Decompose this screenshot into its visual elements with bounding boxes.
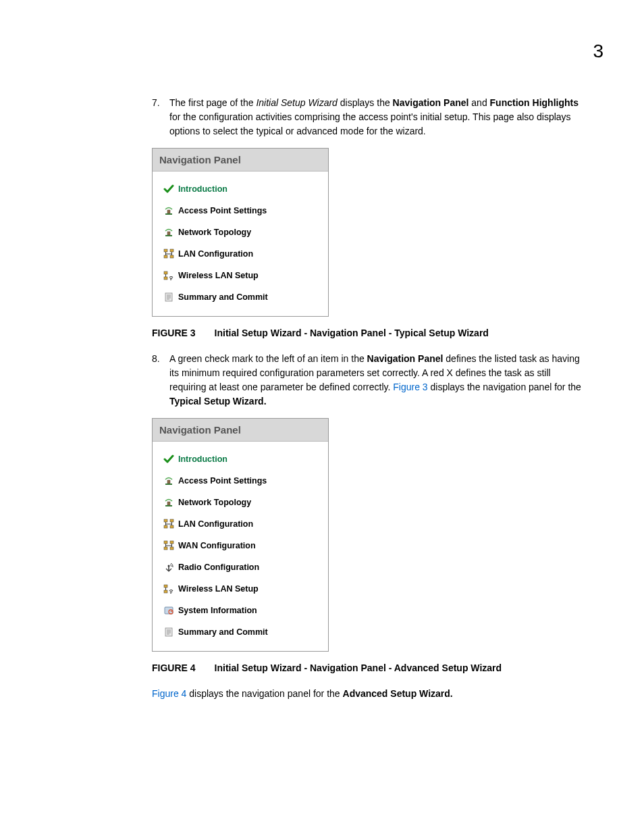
- doc-icon: [161, 627, 177, 637]
- step-number: 8.: [152, 352, 169, 409]
- step-number: 7.: [152, 96, 169, 138]
- navigation-panel-typical: Navigation Panel IntroductionAccess Poin…: [152, 148, 329, 317]
- figure-4-link[interactable]: Figure 4: [152, 688, 186, 699]
- nav-item[interactable]: WAN Configuration: [157, 535, 324, 556]
- ap-icon: [161, 497, 177, 508]
- nav-item-label: WAN Configuration: [178, 541, 256, 550]
- nav-item-label: LAN Configuration: [178, 249, 253, 259]
- ap-icon: [161, 205, 177, 216]
- panel-header: Navigation Panel: [153, 419, 328, 442]
- nav-item[interactable]: LAN Configuration: [157, 243, 324, 265]
- step-text: A green check mark to the left of an ite…: [169, 352, 583, 409]
- lan-icon: [161, 519, 177, 529]
- text: A green check mark to the left of an ite…: [169, 353, 367, 364]
- nav-item-label: Network Topology: [178, 498, 251, 507]
- lan-icon: [161, 249, 177, 259]
- doc-icon: [161, 292, 177, 303]
- nav-item[interactable]: Summary and Commit: [157, 621, 324, 643]
- caption-text: Initial Setup Wizard - Navigation Panel …: [215, 328, 489, 338]
- nav-item[interactable]: LAN Configuration: [157, 513, 324, 535]
- step-8: 8. A green check mark to the left of an …: [152, 352, 583, 409]
- radio-icon: [161, 562, 177, 573]
- closing-paragraph: Figure 4 displays the navigation panel f…: [152, 687, 583, 701]
- step-7: 7. The first page of the Initial Setup W…: [152, 96, 583, 138]
- nav-item[interactable]: Radio Configuration: [157, 556, 324, 578]
- nav-item-label: Introduction: [178, 184, 227, 194]
- bold-text: Navigation Panel: [367, 353, 444, 364]
- navigation-panel-advanced: Navigation Panel IntroductionAccess Poin…: [152, 418, 329, 652]
- page-number: 3: [41, 41, 603, 62]
- ap-icon: [161, 475, 177, 486]
- figure-4-caption: FIGURE 4Initial Setup Wizard - Navigatio…: [152, 662, 583, 673]
- nav-item-label: Summary and Commit: [178, 627, 268, 637]
- text: and: [468, 97, 489, 108]
- bold-text: Function Highlights: [490, 97, 579, 108]
- text: for the configuration activities compris…: [169, 111, 571, 136]
- nav-item[interactable]: Wireless LAN Setup: [157, 578, 324, 600]
- figure-3-link[interactable]: Figure 3: [393, 382, 427, 392]
- figure-3-caption: FIGURE 3Initial Setup Wizard - Navigatio…: [152, 328, 583, 338]
- nav-item-label: Access Point Settings: [178, 476, 267, 486]
- nav-item[interactable]: Access Point Settings: [157, 470, 324, 492]
- nav-item-label: Wireless LAN Setup: [178, 584, 259, 594]
- panel-header: Navigation Panel: [153, 149, 328, 172]
- nav-item[interactable]: Network Topology: [157, 492, 324, 513]
- nav-item-label: Wireless LAN Setup: [178, 271, 259, 280]
- lan-icon: [161, 540, 177, 551]
- caption-text: Initial Setup Wizard - Navigation Panel …: [215, 662, 502, 673]
- bold-text: Advanced Setup Wizard.: [343, 688, 453, 699]
- check-icon: [161, 184, 177, 194]
- ap-icon: [161, 227, 177, 238]
- wlan-icon: [161, 583, 177, 594]
- bold-text: Navigation Panel: [393, 97, 469, 108]
- nav-item-label: Summary and Commit: [178, 292, 268, 302]
- nav-item[interactable]: Network Topology: [157, 221, 324, 243]
- nav-item-label: Access Point Settings: [178, 206, 267, 215]
- check-icon: [161, 454, 177, 465]
- text: displays the navigation panel for the: [186, 688, 342, 699]
- nav-item-label: Radio Configuration: [178, 563, 259, 572]
- text: displays the navigation panel for the: [428, 382, 581, 392]
- sys-icon: [161, 605, 177, 616]
- nav-item[interactable]: System Information: [157, 600, 324, 621]
- bold-text: Typical Setup Wizard.: [169, 396, 267, 407]
- nav-item[interactable]: Wireless LAN Setup: [157, 265, 324, 286]
- italic-text: Initial Setup Wizard: [256, 97, 337, 108]
- nav-item[interactable]: Introduction: [157, 448, 324, 470]
- text: The first page of the: [169, 97, 256, 108]
- nav-item[interactable]: Summary and Commit: [157, 286, 324, 308]
- figure-label: FIGURE 3: [152, 328, 196, 338]
- nav-item-label: System Information: [178, 606, 257, 615]
- figure-label: FIGURE 4: [152, 662, 196, 673]
- nav-item-label: LAN Configuration: [178, 519, 253, 529]
- wlan-icon: [161, 270, 177, 281]
- nav-item-label: Network Topology: [178, 228, 251, 237]
- text: displays the: [338, 97, 393, 108]
- nav-item-label: Introduction: [178, 454, 227, 464]
- step-text: The first page of the Initial Setup Wiza…: [169, 96, 583, 138]
- nav-item[interactable]: Access Point Settings: [157, 200, 324, 221]
- nav-item[interactable]: Introduction: [157, 178, 324, 200]
